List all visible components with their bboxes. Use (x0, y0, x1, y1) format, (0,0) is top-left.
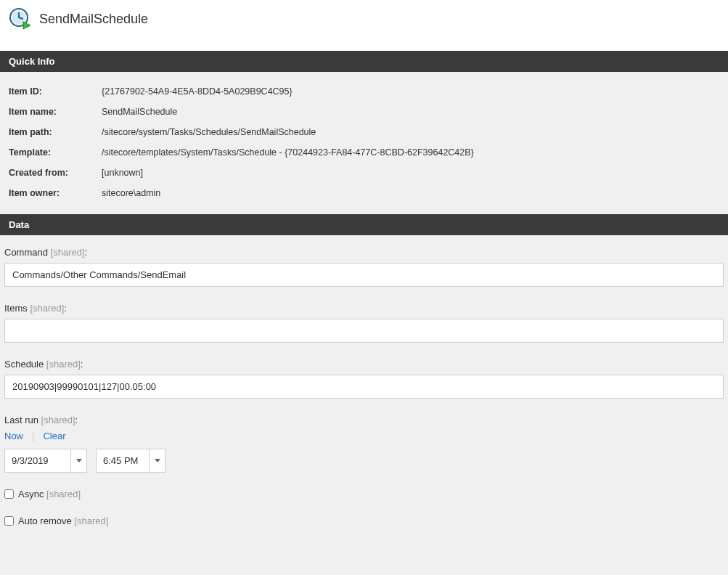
qi-value[interactable]: sitecore\admin (102, 188, 160, 198)
qi-value[interactable]: /sitecore/templates/System/Tasks/Schedul… (102, 147, 474, 158)
qi-row-created-from: Created from: [unknown] (9, 168, 719, 178)
clear-link[interactable]: Clear (43, 431, 65, 441)
shared-tag: [shared] (46, 489, 81, 499)
field-items: Items [shared]: (4, 303, 724, 343)
now-link[interactable]: Now (4, 431, 23, 441)
qi-value[interactable]: SendMailSchedule (102, 107, 177, 117)
page-title: SendMailSchedule (39, 12, 148, 27)
qi-label: Item ID: (9, 86, 102, 97)
qi-value[interactable]: [unknown] (102, 168, 143, 178)
qi-label: Created from: (9, 168, 102, 178)
quickinfo-panel: Item ID: {21767902-54A9-4E5A-8DD4-5A029B… (0, 72, 728, 214)
chevron-down-icon (155, 459, 160, 462)
shared-tag: [shared] (41, 415, 75, 425)
items-input[interactable] (4, 319, 724, 343)
date-picker[interactable] (4, 449, 87, 473)
qi-row-template: Template: /sitecore/templates/System/Tas… (9, 147, 719, 158)
field-label-items: Items [shared]: (4, 303, 724, 314)
field-schedule: Schedule [shared]: (4, 359, 724, 399)
lastrun-pickers (4, 449, 724, 473)
shared-tag: [shared] (46, 359, 81, 370)
label-text: Command (4, 247, 48, 258)
section-data-header[interactable]: Data (0, 214, 728, 235)
label-text: Schedule (4, 359, 44, 370)
schedule-input[interactable] (4, 375, 724, 399)
qi-row-item-path: Item path: /sitecore/system/Tasks/Schedu… (9, 127, 719, 137)
label-text: Items (4, 303, 28, 314)
chevron-down-icon (76, 459, 82, 462)
qi-label: Template: (9, 147, 102, 158)
qi-row-item-id: Item ID: {21767902-54A9-4E5A-8DD4-5A029B… (9, 86, 719, 97)
time-dropdown-button[interactable] (149, 449, 165, 472)
svg-marker-4 (23, 22, 30, 29)
field-label-command: Command [shared]: (4, 247, 724, 258)
field-command: Command [shared]: (4, 247, 724, 287)
qi-label: Item name: (9, 107, 102, 117)
qi-value[interactable]: /sitecore/system/Tasks/Schedules/SendMai… (102, 127, 316, 137)
section-quickinfo-header[interactable]: Quick Info (0, 51, 728, 72)
shared-tag: [shared] (30, 303, 64, 314)
label-text: Last run (4, 415, 38, 425)
shared-tag: [shared] (74, 515, 108, 526)
field-label-lastrun: Last run [shared]: (4, 415, 724, 425)
field-autoremove: Auto remove [shared] (4, 515, 724, 526)
shared-tag: [shared] (51, 247, 85, 258)
autoremove-label: Auto remove [shared] (18, 515, 108, 526)
field-label-schedule: Schedule [shared]: (4, 359, 724, 370)
time-picker[interactable] (96, 449, 165, 473)
qi-row-item-owner: Item owner: sitecore\admin (9, 188, 719, 198)
field-lastrun: Last run [shared]: Now | Clear (4, 415, 724, 473)
lastrun-actions: Now | Clear (4, 431, 724, 441)
field-async: Async [shared] (4, 489, 724, 499)
qi-label: Item path: (9, 127, 102, 137)
async-checkbox[interactable] (4, 489, 14, 499)
async-label: Async [shared] (18, 489, 81, 499)
label-text: Auto remove (18, 515, 72, 526)
time-input[interactable] (97, 449, 149, 472)
page-header: SendMailSchedule (0, 0, 728, 51)
date-input[interactable] (5, 449, 70, 472)
command-input[interactable] (4, 263, 724, 287)
qi-value[interactable]: {21767902-54A9-4E5A-8DD4-5A029B9C4C95} (102, 86, 293, 97)
separator: | (32, 431, 34, 441)
label-text: Async (18, 489, 44, 499)
data-panel: Command [shared]: Items [shared]: Schedu… (0, 235, 728, 534)
qi-row-item-name: Item name: SendMailSchedule (9, 107, 719, 117)
date-dropdown-button[interactable] (70, 449, 86, 472)
clock-play-icon (9, 7, 32, 30)
qi-label: Item owner: (9, 188, 102, 198)
autoremove-checkbox[interactable] (4, 516, 14, 526)
